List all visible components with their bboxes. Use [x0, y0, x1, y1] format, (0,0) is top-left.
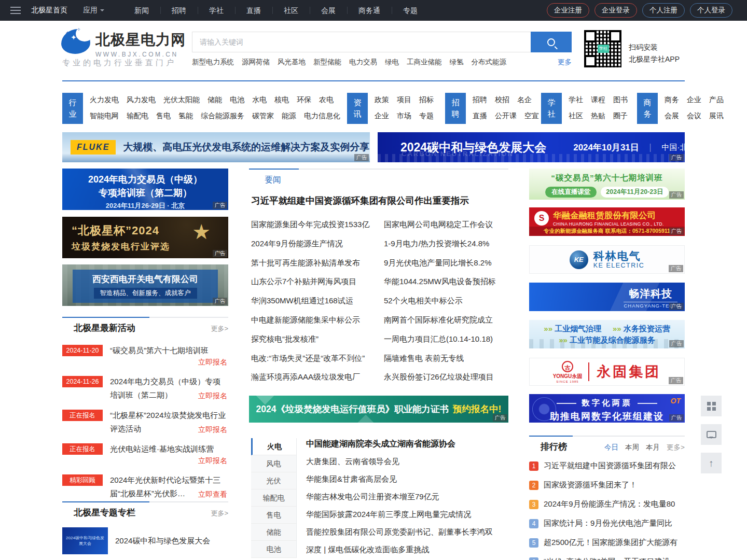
ad-fluke-banner[interactable]: FLUKE 大规模、高电压光伏发电系统的运维解决方案及实例分享 广告 — [62, 132, 370, 162]
ranking-more-link[interactable]: 更多> — [667, 443, 685, 452]
menu-link[interactable]: 直播 — [473, 111, 487, 121]
menu-link[interactable]: 电池 — [230, 95, 244, 105]
menu-link[interactable]: 储能 — [208, 95, 222, 105]
news-link[interactable]: 大唐集团、云南省领导会见 — [306, 453, 508, 470]
news-link[interactable]: 中国能建湖南院牵头成立湖南省能源协会 — [306, 435, 508, 453]
news-link[interactable]: 国家能源集团今年完成投资1533亿 — [251, 215, 384, 234]
activity-item[interactable]: 正在报名 “北极星杯”2024垃圾焚烧发电行业评选活动 立即报名 — [62, 409, 228, 436]
menu-tag-info[interactable]: 资讯 — [347, 93, 368, 124]
top-headline[interactable]: 习近平就组建中国资源循环集团有限公司作出重要指示 — [251, 194, 469, 207]
news-link[interactable]: 2024年9月份能源生产情况 — [251, 234, 384, 254]
menu-link[interactable]: 核电 — [274, 95, 289, 105]
personal-login-button[interactable]: 个人登录 — [690, 3, 732, 18]
nav-app-dropdown[interactable]: 应用 — [83, 6, 104, 15]
menu-link[interactable]: 社区 — [569, 111, 583, 121]
ad-changyang-tech[interactable]: 畅洋科技 CHANGYANG-TECH 广告 — [529, 283, 685, 311]
activity-item[interactable]: 2024-11-20 “碳交易员”第六十七期培训班 立即报名 — [62, 344, 228, 368]
company-register-button[interactable]: 企业注册 — [547, 3, 589, 18]
signup-link[interactable]: 立即报名 — [198, 456, 227, 466]
menu-link[interactable]: 课程 — [591, 95, 605, 105]
keywords-more-link[interactable]: 更多 — [558, 58, 572, 67]
menu-link[interactable]: 商务 — [665, 95, 679, 105]
menu-link[interactable]: 风力发电 — [127, 95, 156, 105]
news-link[interactable]: 超2500亿元！国家能源集团扩大能源有 — [544, 538, 677, 548]
activity-item[interactable]: 2024-11-26 2024年电力交易员（中级）专项培训班（第二期） 立即报名 — [62, 375, 228, 402]
menu-link[interactable]: 政策 — [375, 95, 389, 105]
menu-link[interactable]: 企业 — [375, 111, 389, 121]
menu-tag-academy[interactable]: 学社 — [541, 93, 562, 124]
hot-keyword[interactable]: 风光基地 — [278, 58, 306, 67]
news-link[interactable]: 瀚蓝环境再添AAA级垃圾发电厂 — [251, 368, 384, 387]
menu-link[interactable]: 图书 — [613, 95, 628, 105]
hot-keyword[interactable]: 绿氢 — [450, 58, 464, 67]
nav-item-jobs[interactable]: 招聘 — [160, 0, 198, 21]
tab-battery[interactable]: 电池 — [251, 541, 296, 558]
news-link[interactable]: 习近平就组建中国资源循环集团有限公 — [544, 461, 676, 471]
news-link[interactable]: 52个火电相关中标公示 — [384, 291, 508, 311]
nav-item-news[interactable]: 新闻 — [123, 0, 160, 21]
view-link[interactable]: 立即查看 — [198, 490, 227, 499]
menu-link[interactable]: 光伏太阳能 — [163, 95, 200, 105]
ad-xian-switchgear[interactable]: 西安西电开关电气有限公司 智造精品、创新服务、成就客户 广告 — [62, 264, 228, 306]
tab-wind-power[interactable]: 风电 — [251, 455, 296, 472]
ranking-tab-month[interactable]: 本月 — [646, 443, 660, 452]
news-link[interactable]: 隔墙难售电 表前无专线 — [384, 349, 508, 368]
company-login-button[interactable]: 企业登录 — [594, 3, 637, 18]
menu-link[interactable]: 名企 — [517, 95, 532, 105]
news-link[interactable]: 第十批可再生能源补贴清单发布 — [251, 254, 384, 273]
menu-link[interactable]: 公开课 — [495, 111, 517, 121]
menu-link[interactable]: 项目 — [397, 95, 411, 105]
news-link[interactable]: 华能吉林发电公司注册资本增至79亿元 — [306, 488, 508, 506]
hot-keyword[interactable]: 电力交易 — [349, 58, 377, 67]
tab-thermal-power[interactable]: 火电 — [251, 438, 296, 455]
hot-keyword[interactable]: 分布式能源 — [472, 58, 507, 67]
news-link[interactable]: 山东公示7个补贴并网海风项目 — [251, 272, 384, 291]
menu-link[interactable]: 招标 — [419, 95, 434, 105]
activities-more-link[interactable]: 更多> — [211, 324, 228, 333]
menu-tag-business[interactable]: 商务 — [637, 93, 658, 124]
menu-link[interactable]: 专题 — [419, 111, 434, 121]
ad-power-trader-training[interactable]: 2024年电力交易员（中级） 专项培训班（第二期） 2024年11月26-29日… — [62, 169, 228, 210]
menu-link[interactable]: 会展 — [665, 111, 679, 121]
news-link[interactable]: 2024年9月份能源生产情况：发电量80 — [544, 499, 675, 509]
news-link[interactable]: 南网首个国际标准化研究院成立 — [384, 311, 508, 330]
topics-more-link[interactable]: 更多> — [211, 509, 228, 518]
news-link[interactable]: 国家电网公司电网稳定工作会议 — [384, 215, 508, 234]
tab-top-news[interactable]: 要闻 — [265, 175, 281, 186]
nav-item-topics[interactable]: 专题 — [392, 0, 429, 21]
ad-certificate-banner[interactable]: 2024《垃圾焚烧发电运行值班员》职业能力证书 预约报名中! 广告 — [249, 396, 508, 423]
hot-keyword[interactable]: 工商业储能 — [407, 58, 442, 67]
news-link[interactable]: 电改:“市场失灵”还是“改革不到位” — [251, 349, 384, 368]
site-logo[interactable]: 北极星电力网 WWW.BJX.COM.CN — [95, 30, 186, 58]
ad-yongu-group[interactable]: 古 YONGU永固 SINCE 1985 永固集团 广告 — [529, 358, 685, 386]
activity-item[interactable]: 正在报名 光伏电站运维·基地实战训练营 立即报名 — [62, 442, 228, 467]
news-link[interactable]: 深度 | 煤电低碳化改造面临多重挑战 — [306, 541, 508, 558]
nav-item-live[interactable]: 直播 — [235, 0, 272, 21]
menu-link[interactable]: 碳管家 — [252, 111, 274, 121]
news-link[interactable]: 华润350MW机组通过168试运 — [251, 291, 384, 311]
ad-bjx-cup-award[interactable]: “北极星杯”2024 垃圾焚烧发电行业评选 ★ ❧ 广告 — [62, 217, 228, 258]
news-link[interactable]: 华能1044.25MW风电设备预招标 — [384, 272, 508, 291]
tab-energy-storage[interactable]: 储能 — [251, 524, 296, 541]
news-link[interactable]: 9月光伏电池产量同比增长8.2% — [384, 254, 508, 273]
signup-link[interactable]: 立即报名 — [198, 425, 227, 435]
site-logo-icon[interactable]: ✦✦✧ — [61, 29, 90, 54]
activity-item[interactable]: 精彩回顾 2024年光伏新时代论坛暨第十三届“北极星杯”光伏影… 立即查看 — [62, 473, 228, 500]
menu-link[interactable]: 氢能 — [178, 111, 193, 121]
news-link[interactable]: 探究核电“批发核准” — [251, 330, 384, 349]
nav-item-community[interactable]: 社区 — [272, 0, 310, 21]
menu-link[interactable]: 热贴 — [591, 111, 605, 121]
ad-industrial-services[interactable]: »»工业烟气治理 »»水务投资运营 »»工业节能及综合能源服务 广告 — [529, 320, 685, 348]
news-link[interactable]: 一周电力项目汇总(10.14-10.18) — [384, 330, 508, 349]
ranking-tab-today[interactable]: 今日 — [604, 443, 618, 452]
nav-item-academy[interactable]: 学社 — [198, 0, 235, 21]
news-link[interactable]: 晋能控股集团有限公司原党委副书记、副董事长李鸿双 — [306, 523, 508, 541]
miniapp-button[interactable] — [701, 396, 722, 416]
menu-link[interactable]: 会议 — [687, 111, 701, 121]
menu-link[interactable]: 企业 — [687, 95, 701, 105]
menu-link[interactable]: 水电 — [252, 95, 267, 105]
news-link[interactable]: “光伏+高速公路”并网、开工项目建设 — [544, 557, 670, 560]
tab-power-sales[interactable]: 售电 — [251, 507, 296, 524]
menu-link[interactable]: 招聘 — [473, 95, 487, 105]
menu-link[interactable]: 综合能源服务 — [201, 111, 244, 121]
